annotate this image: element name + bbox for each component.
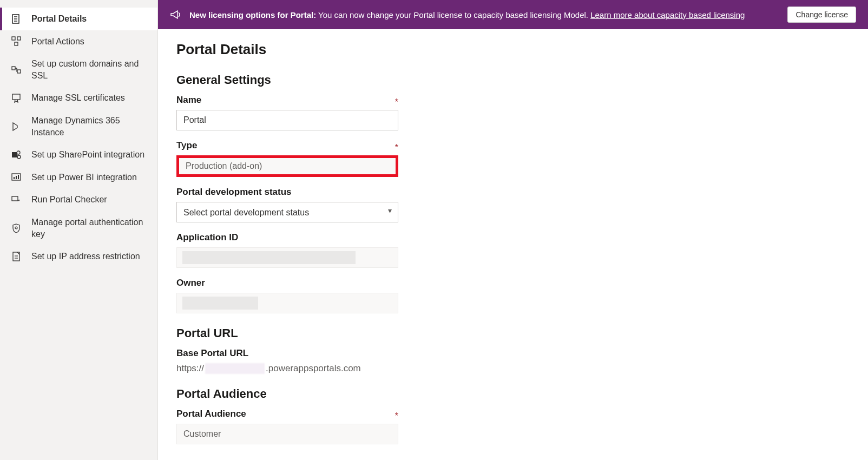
owner-value-box (176, 293, 398, 313)
baseurl-prefix: https:// (176, 363, 204, 374)
audience-value-box: Customer (176, 424, 398, 444)
domains-icon (11, 64, 22, 75)
sidebar-item-label: Set up custom domains and SSL (31, 58, 150, 81)
checker-icon (11, 194, 22, 205)
svg-rect-15 (16, 176, 17, 179)
banner-prefix: New licensing options for Portal: (189, 10, 316, 19)
svg-rect-4 (12, 37, 15, 40)
sharepoint-icon (11, 149, 22, 160)
ip-icon (11, 251, 22, 262)
sidebar-item-label: Set up Power BI integration (31, 172, 137, 183)
sidebar-item-auth-key[interactable]: Manage portal authentication key (0, 211, 157, 245)
document-icon (11, 14, 22, 24)
field-owner: Owner (176, 278, 850, 313)
name-label: Name (176, 95, 201, 106)
sidebar-item-powerbi[interactable]: Set up Power BI integration (0, 166, 157, 189)
sidebar-item-label: Manage portal authentication key (31, 216, 150, 240)
owner-label: Owner (176, 278, 850, 288)
dev-status-select[interactable]: Select portal development status (176, 202, 398, 222)
svg-rect-8 (17, 70, 21, 73)
required-asterisk: * (395, 143, 398, 153)
baseurl-redacted (205, 363, 265, 374)
sidebar-item-custom-domains[interactable]: Set up custom domains and SSL (0, 52, 157, 87)
megaphone-icon (170, 9, 182, 20)
sidebar-item-label: Manage Dynamics 365 Instance (31, 115, 150, 138)
shield-icon (11, 223, 22, 234)
page-title: Portal Details (176, 41, 850, 58)
field-name: Name* (176, 95, 850, 130)
svg-rect-16 (18, 175, 19, 179)
sidebar-item-label: Manage SSL certificates (31, 92, 125, 104)
name-input[interactable] (176, 110, 398, 130)
audience-label: Portal Audience (176, 409, 246, 419)
baseurl-suffix: .powerappsportals.com (266, 363, 361, 374)
baseurl-label: Base Portal URL (176, 348, 850, 359)
required-asterisk: * (395, 411, 398, 421)
svg-rect-6 (15, 42, 18, 45)
sidebar-item-label: Portal Actions (31, 36, 84, 48)
type-label: Type (176, 140, 197, 151)
appid-value-box (176, 247, 398, 268)
field-baseurl: Base Portal URL https://.powerappsportal… (176, 348, 850, 374)
main-area: New licensing options for Portal: You ca… (158, 0, 868, 460)
svg-rect-7 (12, 67, 15, 70)
sidebar-item-dynamics-instance[interactable]: Manage Dynamics 365 Instance (0, 109, 157, 143)
field-appid: Application ID (176, 232, 850, 268)
field-dev-status: Portal development status Select portal … (176, 187, 850, 222)
sidebar-item-label: Portal Details (31, 13, 87, 25)
sidebar-item-label: Set up SharePoint integration (31, 149, 144, 161)
field-audience: Portal Audience* Customer (176, 409, 850, 444)
powerbi-icon (11, 172, 22, 183)
svg-point-18 (15, 227, 17, 229)
svg-rect-17 (12, 196, 18, 201)
banner-text: You can now change your Portal license t… (316, 10, 590, 19)
svg-rect-9 (12, 94, 20, 100)
license-banner: New licensing options for Portal: You ca… (158, 0, 868, 29)
section-portal-url: Portal URL (176, 326, 850, 340)
section-general-settings: General Settings (176, 73, 850, 87)
required-asterisk: * (395, 97, 398, 107)
sidebar-item-portal-details[interactable]: Portal Details (0, 8, 157, 30)
change-license-button[interactable]: Change license (787, 6, 856, 23)
content-scroll[interactable]: Portal Details General Settings Name* Ty… (158, 29, 868, 460)
actions-icon (11, 36, 22, 47)
banner-message: New licensing options for Portal: You ca… (189, 10, 779, 19)
sidebar-item-label: Set up IP address restriction (31, 251, 140, 262)
sidebar-item-ssl-certs[interactable]: Manage SSL certificates (0, 87, 157, 109)
section-portal-audience: Portal Audience (176, 387, 850, 401)
sidebar-item-sharepoint[interactable]: Set up SharePoint integration (0, 143, 157, 166)
sidebar-item-portal-actions[interactable]: Portal Actions (0, 30, 157, 53)
cert-icon (11, 93, 22, 103)
sidebar: Portal Details Portal Actions Set up cus… (0, 0, 158, 460)
sidebar-item-portal-checker[interactable]: Run Portal Checker (0, 188, 157, 211)
sidebar-item-label: Run Portal Checker (31, 194, 107, 206)
baseurl-value: https://.powerappsportals.com (176, 363, 850, 374)
field-type: Type* Production (add-on) (176, 140, 850, 177)
svg-rect-5 (17, 37, 21, 40)
type-value-box: Production (add-on) (176, 155, 398, 177)
banner-link[interactable]: Learn more about capacity based licensin… (590, 10, 745, 19)
appid-label: Application ID (176, 232, 850, 243)
sidebar-item-ip-restriction[interactable]: Set up IP address restriction (0, 245, 157, 268)
type-value: Production (add-on) (186, 161, 262, 171)
svg-point-12 (17, 155, 21, 159)
audience-value: Customer (183, 429, 221, 439)
dynamics-icon (11, 121, 22, 132)
svg-rect-14 (14, 177, 15, 179)
dev-status-label: Portal development status (176, 187, 850, 198)
